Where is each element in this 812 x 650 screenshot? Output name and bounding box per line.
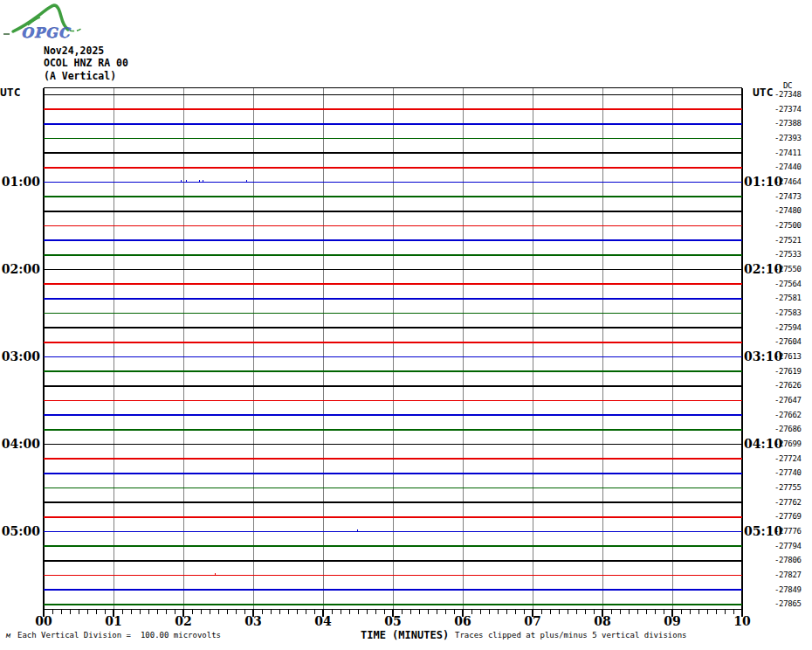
dc-offset-value: -27662 (774, 411, 802, 419)
hour-label-left: 04:00 (0, 437, 40, 451)
dc-offset-value: -27533 (774, 250, 802, 259)
dc-offset-value: -27755 (774, 483, 802, 492)
dc-offset-value: -27686 (774, 425, 802, 433)
helicorder-plot (0, 0, 812, 650)
minute-tick-label: 10 (732, 614, 753, 628)
dc-offset-value: -27374 (774, 105, 802, 114)
minute-tick-label: 01 (103, 614, 124, 628)
dc-offset-value: -27500 (774, 221, 802, 230)
hour-label-right: 05:10 (744, 524, 782, 538)
dc-offset-value: -27647 (774, 396, 802, 405)
hour-label-right: 04:10 (744, 437, 782, 451)
webicorder-page: OPGC Nov24,2025 OCOL HNZ RA 00 (A Vertic… (0, 0, 812, 650)
dc-offset-value: -27564 (774, 280, 802, 288)
minute-tick-label: 02 (173, 614, 194, 628)
minute-tick-label: 08 (592, 614, 613, 628)
dc-offset-value: -27827 (774, 570, 802, 579)
dc-offset-value: -27762 (774, 498, 802, 507)
minute-tick-label: 00 (33, 614, 54, 628)
dc-offset-value: -27794 (774, 542, 802, 550)
minute-tick-label: 09 (662, 614, 683, 628)
dc-offset-value: -27521 (774, 236, 802, 245)
dc-offset-value: -27348 (774, 90, 802, 99)
scale-note: Each Vertical Division = 100.00 microvol… (17, 631, 221, 640)
dc-offset-value: -27849 (774, 585, 802, 594)
dc-offset-value: -27626 (774, 381, 802, 390)
dc-offset-value: -27769 (774, 512, 802, 521)
dc-offset-value: -27594 (774, 323, 802, 332)
dc-offset-value: -27604 (774, 337, 802, 346)
minute-tick-label: 05 (382, 614, 403, 628)
dc-offset-value: -27806 (774, 556, 802, 564)
dc-offset-value: -27581 (774, 294, 802, 302)
dc-offset-value: -27473 (774, 192, 802, 201)
hour-label-left: 05:00 (0, 524, 40, 538)
dc-offset-value: -27740 (774, 468, 802, 477)
footer-glyph: м (6, 632, 10, 640)
clip-note: Traces clipped at plus/minus 5 vertical … (455, 631, 687, 640)
dc-offset-value: -27440 (774, 162, 802, 171)
dc-offset-value: -27411 (774, 149, 802, 157)
time-axis-title: TIME (MINUTES) (361, 629, 449, 641)
hour-label-left: 03:00 (0, 349, 40, 363)
dc-offset-value: -27388 (774, 119, 802, 128)
hour-label-left: 01:00 (0, 175, 40, 189)
dc-offset-value: -27480 (774, 206, 802, 215)
hour-label-right: 03:10 (744, 349, 782, 363)
hour-label-right: 02:10 (744, 262, 782, 276)
minute-tick-label: 06 (452, 614, 473, 628)
dc-offset-value: -27724 (774, 454, 802, 463)
minute-tick-label: 07 (522, 614, 543, 628)
dc-offset-value: -27865 (774, 599, 802, 608)
minute-tick-label: 03 (243, 614, 264, 628)
minute-tick-label: 04 (313, 614, 334, 628)
dc-offset-value: -27583 (774, 308, 802, 317)
dc-offset-value: -27393 (774, 134, 802, 142)
hour-label-right: 01:10 (744, 175, 782, 189)
hour-label-left: 02:00 (0, 262, 40, 276)
dc-offset-value: -27619 (774, 367, 802, 376)
